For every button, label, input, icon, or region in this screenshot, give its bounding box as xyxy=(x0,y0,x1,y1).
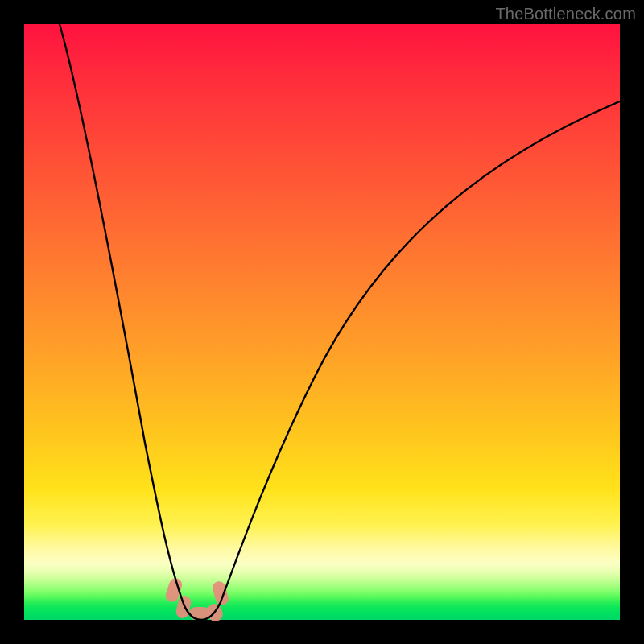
watermark-text: TheBottleneck.com xyxy=(495,5,636,23)
curve-layer xyxy=(24,24,620,620)
chart-frame: TheBottleneck.com xyxy=(0,0,644,644)
plot-area xyxy=(24,24,620,620)
bottleneck-curve xyxy=(60,24,620,620)
optimal-zone-blobs xyxy=(164,576,230,623)
